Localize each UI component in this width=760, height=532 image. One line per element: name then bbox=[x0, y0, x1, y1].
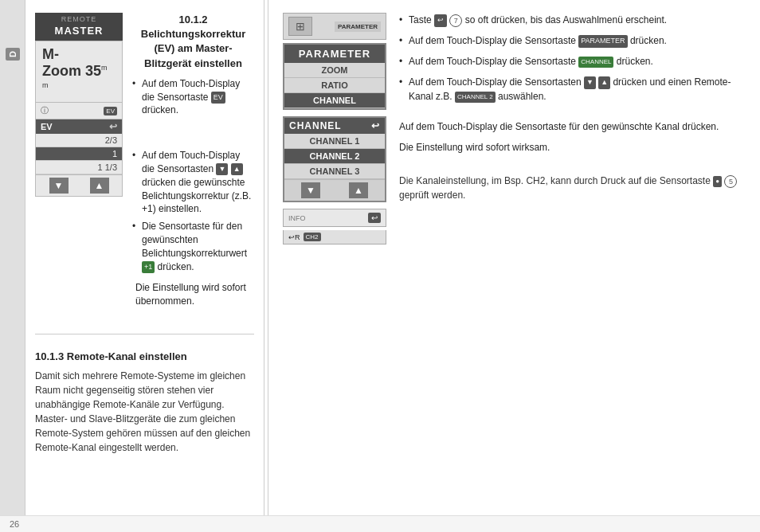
zoom-display: M-Zoom 35mm bbox=[35, 41, 123, 104]
channel-back-icon: ↩ bbox=[371, 120, 380, 131]
ev-row-2: 1 bbox=[36, 147, 122, 161]
info-icon: ⓘ bbox=[41, 105, 49, 116]
rb3-channel-badge: CHANNEL bbox=[578, 57, 613, 68]
section1-text: 10.1.2 Belichtungskorrektur (EV) am Mast… bbox=[132, 13, 254, 318]
master-label: MASTER bbox=[40, 25, 118, 38]
param-item-channel[interactable]: CHANNEL bbox=[284, 93, 385, 108]
ev-inline-badge: EV bbox=[211, 92, 225, 104]
bullet-item-3: Die Sensortaste für den gewünschten Beli… bbox=[132, 220, 254, 273]
channel-item-2[interactable]: CHANNEL 2 bbox=[284, 149, 385, 164]
ev-badge: EV bbox=[104, 107, 117, 115]
bullet-item-2: Auf dem Touch-Display die Sensortasten ▼… bbox=[132, 149, 254, 216]
ev-arrow-up-btn[interactable]: ▲ bbox=[90, 178, 109, 194]
right-bullet-4: Auf dem Touch-Display die Sensortasten ▼… bbox=[399, 75, 749, 104]
rb4-down-badge: ▼ bbox=[584, 76, 596, 89]
rb2-text-after: drücken. bbox=[630, 35, 667, 46]
section2-title: 10.1.3 Remote-Kanal einstellen bbox=[35, 350, 254, 362]
ev-arrow-down-btn[interactable]: ▼ bbox=[49, 178, 69, 194]
channel-item-3[interactable]: CHANNEL 3 bbox=[284, 164, 385, 179]
bottom-note-key-badge: ● bbox=[713, 176, 722, 187]
remote-label: REMOTE bbox=[40, 15, 118, 25]
ev-arrows: ▼ ▲ bbox=[36, 174, 122, 196]
param-item-ratio[interactable]: RATIO bbox=[284, 78, 385, 93]
rb4-up-badge: ▲ bbox=[598, 76, 610, 89]
sidebar-tab-label: D bbox=[6, 48, 20, 61]
right-content: ⊞ PARAMETER PARAMETER ZOOM RATIO CHANNEL… bbox=[283, 13, 749, 244]
param-icon-glyph: ⊞ bbox=[296, 20, 305, 33]
info-row: ⓘ EV bbox=[35, 103, 123, 119]
param-preview-box: ⊞ PARAMETER bbox=[283, 13, 386, 40]
section1-title: 10.1.2 Belichtungskorrektur (EV) am Mast… bbox=[132, 13, 254, 71]
section2: 10.1.3 Remote-Kanal einstellen Damit sic… bbox=[35, 344, 254, 455]
ev-header: EV ↩ bbox=[36, 119, 122, 134]
zoom-sup: mm bbox=[42, 64, 108, 89]
rb1-arrow-badge: ↩ bbox=[434, 14, 447, 27]
param-preview-label: PARAMETER bbox=[335, 22, 381, 32]
bullet1-text-after: drücken. bbox=[142, 104, 178, 115]
info-display-label: INFO bbox=[288, 214, 306, 222]
ev-back-arrow: ↩ bbox=[109, 121, 117, 132]
ev-label: EV bbox=[41, 122, 53, 131]
bottom-note-text-after: geprüft werden. bbox=[399, 190, 465, 201]
ev-row-3: 1 1/3 bbox=[36, 161, 122, 174]
channel-arrow-up-btn[interactable]: ▲ bbox=[349, 182, 368, 198]
rb1-text: Taste bbox=[409, 14, 434, 25]
right-bullet-2: Auf dem Touch-Display die Sensortaste PA… bbox=[399, 33, 749, 48]
bottom-note-circle: 5 bbox=[724, 175, 737, 188]
bullet-item-1: Auf dem Touch-Display die Sensortaste EV… bbox=[132, 77, 254, 117]
rb2-parameter-badge: PARAMETER bbox=[578, 35, 627, 48]
channel-item-1[interactable]: CHANNEL 1 bbox=[284, 134, 385, 149]
right-text-column: Taste ↩ 7 so oft drücken, bis das Auswah… bbox=[399, 13, 749, 244]
channel-menu-box: CHANNEL ↩ CHANNEL 1 CHANNEL 2 CHANNEL 3 … bbox=[283, 116, 386, 202]
rb4-text-after: auswählen. bbox=[498, 91, 546, 102]
info-sub-display: ↩R CH2 bbox=[283, 230, 386, 244]
bullet3-text-after: drücken. bbox=[158, 261, 194, 272]
channel-header-label: CHANNEL bbox=[289, 120, 342, 131]
param-menu-box: PARAMETER ZOOM RATIO CHANNEL bbox=[283, 43, 386, 110]
ch2-badge: CH2 bbox=[304, 233, 321, 241]
section1-note: Die Einstellung wird sofort übernommen. bbox=[135, 281, 254, 308]
ev-panel: EV ↩ 2/3 1 1 1/3 ▼ ▲ bbox=[35, 119, 123, 197]
channel-arrow-down-btn[interactable]: ▼ bbox=[301, 182, 320, 198]
plus1-badge: +1 bbox=[142, 261, 155, 273]
note1-text: Auf dem Touch-Display die Sensortaste fü… bbox=[399, 121, 719, 132]
right-panel: ⊞ PARAMETER PARAMETER ZOOM RATIO CHANNEL… bbox=[272, 0, 760, 515]
page-number: 26 bbox=[10, 519, 19, 529]
section-divider bbox=[35, 334, 254, 334]
left-panel: REMOTE MASTER M-Zoom 35mm ⓘ EV EV ↩ 2 bbox=[25, 0, 264, 515]
right-bullet-1: Taste ↩ 7 so oft drücken, bis das Auswah… bbox=[399, 13, 749, 27]
page-footer: 26 bbox=[0, 515, 760, 532]
right-device-column: ⊞ PARAMETER PARAMETER ZOOM RATIO CHANNEL… bbox=[283, 13, 386, 244]
up-badge: ▲ bbox=[231, 163, 243, 175]
remote-master-box: REMOTE MASTER bbox=[35, 13, 123, 41]
info-r-icon: ↩R bbox=[288, 233, 300, 241]
channel-menu-header: CHANNEL ↩ bbox=[284, 118, 385, 134]
bottom-note-text-before: Die Kanaleinstellung, im Bsp. CH2, kann … bbox=[399, 175, 713, 186]
ev-row-1: 2/3 bbox=[36, 134, 122, 147]
right-bullet-list: Taste ↩ 7 so oft drücken, bis das Auswah… bbox=[399, 13, 749, 110]
ev-rows: 2/3 1 1 1/3 bbox=[36, 134, 122, 174]
rb1-circle: 7 bbox=[449, 14, 462, 27]
sidebar-tab: D bbox=[0, 0, 25, 515]
param-icon: ⊞ bbox=[288, 17, 312, 36]
channel-arrows: ▼ ▲ bbox=[284, 179, 385, 201]
param-item-zoom[interactable]: ZOOM bbox=[284, 63, 385, 78]
bullet2-text-middle: drücken die gewünschte Belichtungskorrek… bbox=[142, 177, 251, 215]
device-display: REMOTE MASTER M-Zoom 35mm ⓘ EV EV ↩ 2 bbox=[35, 13, 123, 318]
info-display: INFO ↩ bbox=[283, 209, 386, 227]
rb3-text-after: drücken. bbox=[617, 56, 653, 67]
section1-bullet-list: Auf dem Touch-Display die Sensortaste EV… bbox=[132, 77, 254, 117]
section1-bullet-list2: Auf dem Touch-Display die Sensortasten ▼… bbox=[132, 149, 254, 273]
rb1-text2: so oft drücken, bis das Auswahlmenü ersc… bbox=[465, 14, 667, 25]
rb3-text-before: Auf dem Touch-Display die Sensortaste bbox=[409, 56, 578, 67]
right-bullet-3: Auf dem Touch-Display die Sensortaste CH… bbox=[399, 54, 749, 68]
info-back-icon: ↩ bbox=[368, 213, 381, 223]
bottom-note: Die Kanaleinstellung, im Bsp. CH2, kann … bbox=[399, 174, 749, 202]
right-note1: Auf dem Touch-Display die Sensortaste fü… bbox=[399, 119, 749, 134]
rb2-text-before: Auf dem Touch-Display die Sensortaste bbox=[409, 35, 578, 46]
param-menu-header: PARAMETER bbox=[284, 45, 385, 63]
bullet3-text-before: Die Sensortaste für den gewünschten Beli… bbox=[142, 221, 247, 259]
panel-divider bbox=[268, 0, 268, 515]
right-note2: Die Einstellung wird sofort wirksam. bbox=[399, 140, 749, 155]
rb4-channel2-badge: CHANNEL 2 bbox=[455, 92, 496, 103]
